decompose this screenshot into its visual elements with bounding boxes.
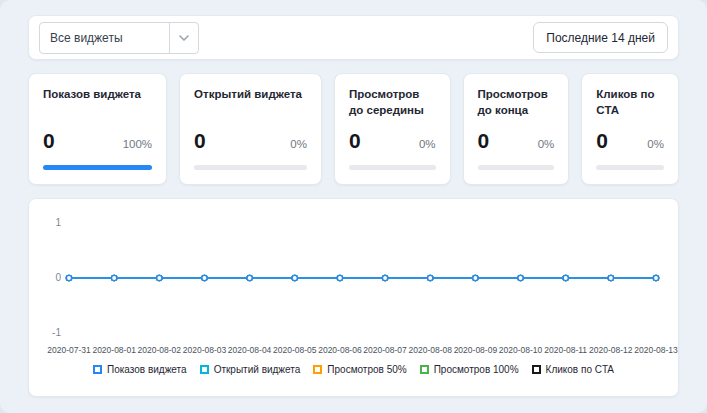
stat-value-row: 0 0% xyxy=(349,129,436,153)
legend-swatch xyxy=(420,365,429,374)
stat-value: 0 xyxy=(478,129,490,153)
stat-card-opens: Открытий виджета 0 0% xyxy=(179,73,322,185)
stat-title: Просмотров до середины xyxy=(349,87,436,118)
stat-percent: 0% xyxy=(419,138,436,150)
legend-swatch xyxy=(532,365,541,374)
widget-filter-select[interactable]: Все виджеты xyxy=(39,22,199,54)
stat-value: 0 xyxy=(349,129,361,153)
svg-text:2020-08-10: 2020-08-10 xyxy=(499,345,543,355)
svg-text:2020-08-03: 2020-08-03 xyxy=(183,345,227,355)
svg-text:2020-08-02: 2020-08-02 xyxy=(138,345,182,355)
stat-value: 0 xyxy=(596,129,608,153)
stat-progress-bar xyxy=(478,165,555,170)
stat-value-row: 0 100% xyxy=(43,129,152,153)
stat-value: 0 xyxy=(43,129,55,153)
legend-label: Просмотров 100% xyxy=(434,364,519,375)
chart-legend: Показов виджетаОткрытий виджетаПросмотро… xyxy=(43,364,664,375)
svg-text:2020-08-09: 2020-08-09 xyxy=(454,345,498,355)
svg-text:0: 0 xyxy=(55,272,61,283)
svg-text:-1: -1 xyxy=(52,327,61,338)
chevron-down-icon xyxy=(169,23,198,53)
stat-card-views-middle: Просмотров до середины 0 0% xyxy=(334,73,451,185)
stat-progress-bar xyxy=(349,165,436,170)
legend-swatch xyxy=(93,365,102,374)
stat-progress-bar xyxy=(43,165,152,170)
legend-swatch xyxy=(313,365,322,374)
stat-value-row: 0 0% xyxy=(478,129,555,153)
legend-label: Показов виджета xyxy=(107,364,187,375)
svg-text:2020-08-12: 2020-08-12 xyxy=(589,345,633,355)
stat-title: Кликов по CTA xyxy=(596,87,664,118)
widget-filter-value: Все виджеты xyxy=(40,23,169,53)
stat-progress-bar xyxy=(194,165,307,170)
stat-value-row: 0 0% xyxy=(194,129,307,153)
legend-item[interactable]: Кликов по CTA xyxy=(532,364,614,375)
stat-percent: 0% xyxy=(647,138,664,150)
svg-text:2020-08-04: 2020-08-04 xyxy=(228,345,272,355)
stat-card-impressions: Показов виджета 0 100% xyxy=(28,73,167,185)
svg-text:2020-08-13: 2020-08-13 xyxy=(634,345,678,355)
stat-percent: 0% xyxy=(290,138,307,150)
chart-card: 10-12020-07-312020-08-012020-08-022020-0… xyxy=(28,198,679,397)
svg-text:2020-08-11: 2020-08-11 xyxy=(544,345,587,355)
svg-text:1: 1 xyxy=(55,217,61,228)
period-button[interactable]: Последние 14 дней xyxy=(533,22,668,53)
stat-value: 0 xyxy=(194,129,206,153)
svg-text:2020-08-05: 2020-08-05 xyxy=(273,345,317,355)
svg-text:2020-08-01: 2020-08-01 xyxy=(92,345,136,355)
legend-swatch xyxy=(200,365,209,374)
stat-card-views-end: Просмотров до конца 0 0% xyxy=(463,73,570,185)
line-chart-svg: 10-12020-07-312020-08-012020-08-022020-0… xyxy=(43,213,664,359)
stats-row: Показов виджета 0 100% Открытий виджета … xyxy=(28,73,679,185)
legend-item[interactable]: Просмотров 50% xyxy=(313,364,406,375)
stat-value-row: 0 0% xyxy=(596,129,664,153)
analytics-dashboard: Все виджеты Последние 14 дней Показов ви… xyxy=(0,0,707,413)
stat-title: Просмотров до конца xyxy=(478,87,555,118)
svg-text:2020-07-31: 2020-07-31 xyxy=(47,345,91,355)
stat-percent: 100% xyxy=(123,138,152,150)
stat-percent: 0% xyxy=(538,138,555,150)
legend-item[interactable]: Показов виджета xyxy=(93,364,187,375)
filter-toolbar: Все виджеты Последние 14 дней xyxy=(28,15,679,60)
stat-title: Открытий виджета xyxy=(194,87,304,103)
svg-text:2020-08-08: 2020-08-08 xyxy=(408,345,452,355)
stat-progress-bar xyxy=(596,165,664,170)
stat-card-cta-clicks: Кликов по CTA 0 0% xyxy=(581,73,679,185)
stat-title: Показов виджета xyxy=(43,87,152,103)
legend-label: Кликов по CTA xyxy=(546,364,614,375)
legend-label: Открытий виджета xyxy=(214,364,301,375)
legend-item[interactable]: Просмотров 100% xyxy=(420,364,519,375)
svg-text:2020-08-07: 2020-08-07 xyxy=(363,345,407,355)
legend-item[interactable]: Открытий виджета xyxy=(200,364,301,375)
legend-label: Просмотров 50% xyxy=(327,364,406,375)
svg-text:2020-08-06: 2020-08-06 xyxy=(318,345,362,355)
